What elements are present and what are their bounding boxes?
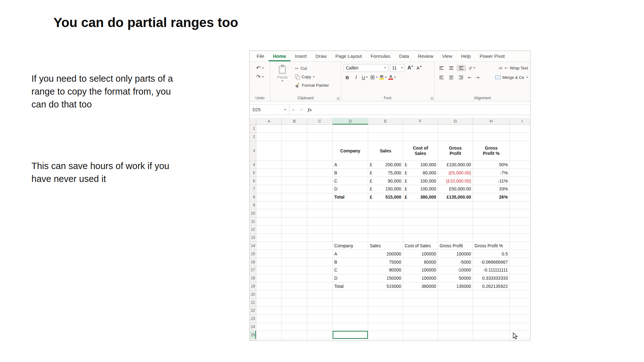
- row-header-3[interactable]: 3: [250, 141, 256, 161]
- cell-D23[interactable]: [333, 315, 368, 323]
- cell-E7[interactable]: £150,000: [368, 185, 403, 193]
- cell-C5[interactable]: [307, 169, 333, 177]
- italic-button[interactable]: I: [353, 74, 360, 81]
- bottom-align-button[interactable]: [457, 65, 466, 71]
- cell-B7[interactable]: [282, 185, 307, 193]
- column-header-I[interactable]: I: [510, 118, 530, 125]
- cell-C13[interactable]: [307, 234, 333, 242]
- cell-G24[interactable]: [438, 323, 473, 331]
- cell-D7[interactable]: D: [333, 185, 368, 193]
- cell-G26[interactable]: [438, 339, 473, 341]
- cell-A5[interactable]: [256, 169, 282, 177]
- cell-C1[interactable]: [307, 125, 333, 133]
- redo-button[interactable]: ↷: [255, 74, 265, 80]
- row-header-6[interactable]: 6: [250, 177, 256, 185]
- cell-G2[interactable]: [438, 133, 473, 141]
- row-header-11[interactable]: 11: [250, 217, 256, 226]
- cell-E19[interactable]: 515000: [368, 282, 403, 291]
- cell-D26[interactable]: [333, 339, 368, 341]
- decrease-indent-button[interactable]: ⇤: [467, 74, 473, 80]
- ribbon-tab-formulas[interactable]: Formulas: [366, 51, 395, 61]
- cell-E3[interactable]: Sales: [368, 141, 403, 161]
- cell-H24[interactable]: [473, 323, 510, 331]
- cell-D19[interactable]: Total: [333, 282, 368, 291]
- cell-G3[interactable]: Gross Profit: [438, 141, 473, 161]
- cell-H20[interactable]: [473, 290, 510, 299]
- cell-H14[interactable]: Gross Profit %: [473, 242, 510, 250]
- cell-D14[interactable]: Company: [333, 242, 368, 250]
- row-header-13[interactable]: 13: [250, 234, 256, 242]
- cell-E22[interactable]: [368, 307, 403, 315]
- cell-G19[interactable]: 135000: [438, 282, 473, 291]
- font-size-combo[interactable]: 11: [390, 64, 405, 72]
- ribbon-tab-draw[interactable]: Draw: [311, 51, 331, 61]
- cell-F1[interactable]: [403, 125, 438, 133]
- cell-F26[interactable]: [403, 339, 438, 341]
- cell-F18[interactable]: 100000: [403, 274, 438, 282]
- cell-F22[interactable]: [403, 307, 438, 315]
- cell-A24[interactable]: [256, 323, 282, 331]
- cell-A19[interactable]: [256, 282, 282, 291]
- cell-D15[interactable]: A: [333, 250, 368, 258]
- row-header-23[interactable]: 23: [250, 315, 256, 323]
- row-header-19[interactable]: 19: [250, 282, 256, 291]
- cell-B14[interactable]: [282, 242, 307, 250]
- increase-indent-button[interactable]: ⇥: [475, 74, 481, 80]
- cell-D12[interactable]: [333, 226, 368, 234]
- cell-A8[interactable]: [256, 193, 282, 201]
- row-header-17[interactable]: 17: [250, 266, 256, 274]
- cell-B12[interactable]: [282, 226, 307, 234]
- cell-I15[interactable]: [510, 250, 530, 258]
- cell-E10[interactable]: [368, 209, 403, 217]
- cell-E18[interactable]: 150000: [368, 274, 403, 282]
- cell-C25[interactable]: [307, 331, 333, 339]
- cell-B6[interactable]: [282, 177, 307, 185]
- enter-icon[interactable]: ✓: [297, 107, 306, 112]
- row-header-8[interactable]: 8: [250, 193, 256, 201]
- cell-E23[interactable]: [368, 315, 403, 323]
- column-header-G[interactable]: G: [438, 118, 473, 125]
- cell-H21[interactable]: [473, 299, 510, 307]
- cell-G23[interactable]: [438, 315, 473, 323]
- cell-E15[interactable]: 200000: [368, 250, 403, 258]
- cell-I7[interactable]: [510, 185, 530, 193]
- cell-F2[interactable]: [403, 133, 438, 141]
- fill-color-button[interactable]: [379, 74, 387, 81]
- cell-G18[interactable]: 50000: [438, 274, 473, 282]
- cell-B9[interactable]: [282, 201, 307, 210]
- cell-B15[interactable]: [282, 250, 307, 258]
- cell-A3[interactable]: [256, 141, 282, 161]
- cell-A12[interactable]: [256, 226, 282, 234]
- cell-C23[interactable]: [307, 315, 333, 323]
- cell-A6[interactable]: [256, 177, 282, 185]
- name-box[interactable]: D25: [250, 105, 289, 115]
- cell-D21[interactable]: [333, 299, 368, 307]
- orientation-button[interactable]: ab: [467, 66, 477, 70]
- cell-G7[interactable]: £50,000.00: [438, 185, 473, 193]
- cell-I8[interactable]: [510, 193, 530, 201]
- wrap-text-button[interactable]: ab ↩ Wrap Text: [499, 66, 529, 70]
- cell-F16[interactable]: 80000: [403, 258, 438, 266]
- cell-E6[interactable]: £90,000: [368, 177, 403, 185]
- cell-A21[interactable]: [256, 299, 282, 307]
- cell-B24[interactable]: [282, 323, 307, 331]
- cell-B22[interactable]: [282, 307, 307, 315]
- cell-A14[interactable]: [256, 242, 282, 250]
- cell-G1[interactable]: [438, 125, 473, 133]
- cell-I24[interactable]: [510, 323, 530, 331]
- cell-H16[interactable]: -0.066666667: [473, 258, 510, 266]
- cell-F19[interactable]: 380000: [403, 282, 438, 291]
- cell-F13[interactable]: [403, 234, 438, 242]
- cell-D2[interactable]: [333, 133, 368, 141]
- cell-A1[interactable]: [256, 125, 282, 133]
- align-center-button[interactable]: [447, 75, 455, 80]
- row-header-25[interactable]: 25: [250, 331, 256, 339]
- cell-G16[interactable]: -5000: [438, 258, 473, 266]
- cell-A17[interactable]: [256, 266, 282, 274]
- cell-I3[interactable]: [510, 141, 530, 161]
- cell-F25[interactable]: [403, 331, 438, 339]
- cell-H10[interactable]: [473, 209, 510, 217]
- cell-F8[interactable]: £380,000: [403, 193, 438, 201]
- cell-A23[interactable]: [256, 315, 282, 323]
- cell-A26[interactable]: [256, 339, 282, 341]
